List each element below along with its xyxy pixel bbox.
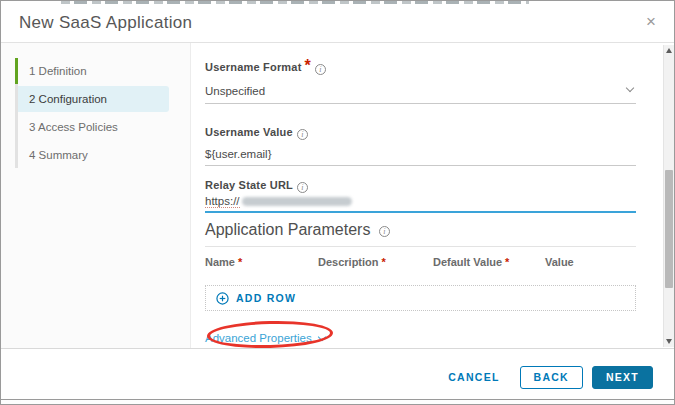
info-icon[interactable]: i: [379, 226, 390, 237]
step-configuration[interactable]: 2 Configuration: [1, 86, 190, 112]
close-icon[interactable]: ×: [641, 12, 661, 32]
add-row-label: ADD ROW: [236, 292, 296, 304]
username-value-text: ${user.email}: [205, 148, 272, 160]
username-format-select[interactable]: Unspecified: [205, 81, 636, 104]
dialog-body: 1 Definition 2 Configuration 3 Access Po…: [1, 43, 674, 348]
cancel-button[interactable]: CANCEL: [442, 371, 505, 383]
column-description: Description*: [318, 256, 433, 268]
required-marker: *: [238, 256, 242, 268]
plus-circle-icon: [216, 292, 229, 305]
column-value: Value: [545, 256, 636, 268]
add-row-button[interactable]: ADD ROW: [205, 285, 636, 311]
advanced-properties-toggle[interactable]: Advanced Properties: [205, 332, 325, 344]
info-icon[interactable]: i: [297, 129, 308, 140]
configuration-form: Username Format*i Unspecified Username V…: [191, 43, 674, 348]
step-label: 4 Summary: [29, 149, 88, 161]
application-parameters-heading: Application Parameters i: [205, 221, 636, 247]
username-value-input[interactable]: ${user.email}: [205, 144, 636, 166]
step-access-policies[interactable]: 3 Access Policies: [1, 114, 190, 140]
username-format-label: Username Format: [205, 61, 302, 73]
scrollbar-thumb[interactable]: [665, 170, 673, 288]
application-parameters-title: Application Parameters: [205, 221, 370, 238]
chevron-down-icon: [626, 84, 634, 92]
parameters-header-row: Name* Description* Default Value* Value: [205, 256, 636, 268]
redacted-url-blur: [242, 197, 352, 206]
info-icon[interactable]: i: [315, 64, 326, 75]
vertical-scrollbar[interactable]: [663, 45, 674, 347]
advanced-properties-label: Advanced Properties: [205, 332, 312, 344]
column-default-value: Default Value*: [433, 256, 545, 268]
dialog-footer: CANCEL BACK NEXT: [1, 348, 674, 399]
username-value-label: Username Value: [205, 126, 293, 138]
step-label: 3 Access Policies: [29, 121, 118, 133]
wizard-step-nav: 1 Definition 2 Configuration 3 Access Po…: [1, 43, 191, 348]
background-page-sliver-bottom: [1, 400, 674, 404]
relay-state-url-text: https://: [205, 195, 240, 208]
required-marker: *: [305, 57, 311, 74]
dialog-title: New SaaS Application: [19, 13, 192, 33]
advanced-properties-row: Advanced Properties: [205, 328, 636, 346]
next-button[interactable]: NEXT: [592, 366, 653, 389]
scroll-down-icon[interactable]: [666, 339, 672, 344]
dialog-header: New SaaS Application ×: [1, 4, 674, 43]
required-marker: *: [382, 256, 386, 268]
new-saas-application-dialog: New SaaS Application × 1 Definition 2 Co…: [1, 4, 674, 400]
step-summary[interactable]: 4 Summary: [1, 142, 190, 168]
step-label: 2 Configuration: [29, 93, 107, 105]
chevron-down-icon: [318, 332, 326, 340]
column-name: Name*: [205, 256, 318, 268]
required-marker: *: [505, 256, 509, 268]
relay-state-url-input[interactable]: https://: [205, 191, 636, 213]
step-label: 1 Definition: [29, 65, 87, 77]
footer-buttons: CANCEL BACK NEXT: [442, 366, 653, 389]
username-format-label-row: Username Format*i: [205, 57, 636, 75]
relay-state-url-label: Relay State URL: [205, 179, 293, 191]
step-definition[interactable]: 1 Definition: [1, 58, 190, 84]
username-value-label-row: Username Valuei: [205, 122, 636, 140]
back-button[interactable]: BACK: [520, 366, 583, 389]
username-format-value: Unspecified: [205, 85, 265, 97]
scroll-up-icon[interactable]: [666, 48, 672, 53]
screenshot-frame: New SaaS Application × 1 Definition 2 Co…: [0, 0, 675, 405]
